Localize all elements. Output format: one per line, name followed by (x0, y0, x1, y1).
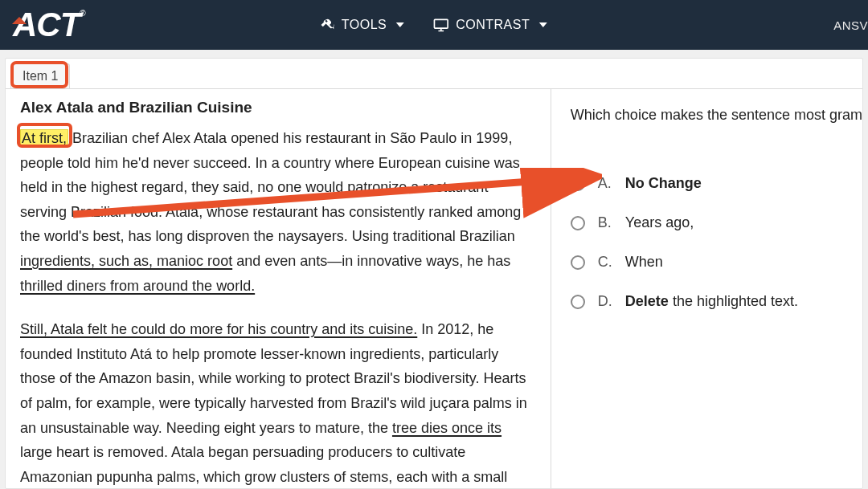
item-card: Item 1 Alex Atala and Brazilian Cuisine … (5, 58, 863, 489)
passage-title: Alex Atala and Brazilian Cuisine (20, 99, 534, 116)
top-menu: TOOLS CONTRAST (321, 18, 547, 32)
question-pane: Which choice makes the sentence most gra… (551, 89, 862, 488)
tools-menu[interactable]: TOOLS (321, 18, 404, 32)
radio-icon (571, 295, 585, 309)
paragraph-2: Still, Atala felt he could do more for h… (20, 317, 534, 488)
logo-text: ACT® (13, 6, 85, 44)
monitor-icon (433, 18, 449, 32)
chevron-down-icon (396, 22, 404, 27)
choice-c[interactable]: C. When (571, 254, 862, 271)
logo-caret-icon (12, 17, 27, 24)
radio-icon (571, 255, 585, 270)
question-stem: Which choice makes the sentence most gra… (571, 107, 862, 124)
answer-link[interactable]: ANSV (833, 18, 868, 32)
svg-rect-0 (435, 19, 448, 28)
tab-item-1[interactable]: Item 1 (10, 63, 70, 88)
choice-b[interactable]: B. Years ago, (571, 214, 862, 231)
app-header: ACT® TOOLS CONTRAST ANSV (0, 0, 868, 50)
tools-label: TOOLS (342, 18, 387, 32)
chevron-down-icon (539, 22, 547, 27)
contrast-menu[interactable]: CONTRAST (433, 18, 547, 32)
highlighted-text: At first, (20, 129, 68, 147)
radio-icon (571, 177, 585, 191)
choice-d[interactable]: D. Delete the highlighted text. (571, 293, 862, 310)
contrast-label: CONTRAST (456, 18, 530, 32)
answer-choices: A. No Change B. Years ago, C. When (571, 175, 862, 310)
logo: ACT® (13, 6, 103, 44)
passage-pane: Alex Atala and Brazilian Cuisine At firs… (6, 89, 551, 488)
tab-bar: Item 1 (6, 59, 862, 89)
radio-icon (571, 216, 585, 230)
paragraph-1: At first, Brazilian chef Alex Atala open… (20, 126, 534, 298)
tools-icon (321, 18, 335, 32)
choice-a[interactable]: A. No Change (571, 175, 862, 192)
